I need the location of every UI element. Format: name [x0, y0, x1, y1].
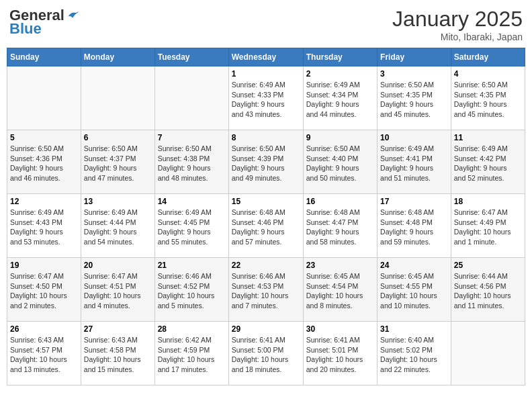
- header-day-sunday: Sunday: [7, 48, 81, 66]
- day-info: Sunrise: 6:49 AM Sunset: 4:43 PM Dayligh…: [10, 208, 78, 247]
- header-day-friday: Friday: [378, 48, 451, 66]
- calendar-cell: 19Sunrise: 6:47 AM Sunset: 4:50 PM Dayli…: [7, 258, 81, 322]
- calendar-cell: 6Sunrise: 6:50 AM Sunset: 4:37 PM Daylig…: [81, 130, 154, 194]
- day-info: Sunrise: 6:47 AM Sunset: 4:50 PM Dayligh…: [10, 271, 78, 311]
- day-number: 14: [158, 197, 226, 206]
- calendar-cell: 3Sunrise: 6:50 AM Sunset: 4:35 PM Daylig…: [378, 66, 451, 130]
- day-number: 18: [454, 197, 522, 206]
- calendar-cell: 20Sunrise: 6:47 AM Sunset: 4:51 PM Dayli…: [81, 258, 154, 322]
- day-number: 31: [380, 324, 448, 334]
- day-number: 6: [84, 133, 152, 142]
- calendar-cell: 9Sunrise: 6:50 AM Sunset: 4:40 PM Daylig…: [303, 130, 377, 194]
- calendar-cell: 18Sunrise: 6:47 AM Sunset: 4:49 PM Dayli…: [451, 194, 525, 258]
- logo-bird-icon: [66, 9, 79, 22]
- header-day-wednesday: Wednesday: [228, 48, 303, 66]
- day-info: Sunrise: 6:47 AM Sunset: 4:49 PM Dayligh…: [454, 208, 522, 247]
- day-info: Sunrise: 6:50 AM Sunset: 4:40 PM Dayligh…: [306, 144, 374, 183]
- day-info: Sunrise: 6:49 AM Sunset: 4:45 PM Dayligh…: [158, 208, 226, 247]
- calendar-cell: 27Sunrise: 6:43 AM Sunset: 4:58 PM Dayli…: [81, 322, 154, 385]
- header-day-thursday: Thursday: [303, 48, 377, 66]
- calendar-week-1: 5Sunrise: 6:50 AM Sunset: 4:36 PM Daylig…: [7, 130, 525, 194]
- day-info: Sunrise: 6:48 AM Sunset: 4:46 PM Dayligh…: [232, 208, 300, 247]
- header-row: SundayMondayTuesdayWednesdayThursdayFrid…: [7, 48, 525, 66]
- day-number: 1: [232, 69, 300, 79]
- calendar-header: SundayMondayTuesdayWednesdayThursdayFrid…: [7, 48, 525, 66]
- calendar-cell: 17Sunrise: 6:48 AM Sunset: 4:48 PM Dayli…: [378, 194, 451, 258]
- calendar-cell: 14Sunrise: 6:49 AM Sunset: 4:45 PM Dayli…: [154, 194, 228, 258]
- day-info: Sunrise: 6:49 AM Sunset: 4:41 PM Dayligh…: [380, 144, 448, 183]
- month-title: January 2025: [392, 7, 523, 32]
- day-number: 19: [10, 261, 78, 270]
- day-info: Sunrise: 6:44 AM Sunset: 4:56 PM Dayligh…: [454, 271, 522, 311]
- header-day-saturday: Saturday: [451, 48, 525, 66]
- day-number: 5: [10, 133, 78, 142]
- day-number: 22: [232, 261, 300, 270]
- day-info: Sunrise: 6:46 AM Sunset: 4:53 PM Dayligh…: [232, 271, 300, 311]
- calendar-cell: 7Sunrise: 6:50 AM Sunset: 4:38 PM Daylig…: [154, 130, 228, 194]
- day-info: Sunrise: 6:41 AM Sunset: 5:00 PM Dayligh…: [232, 335, 300, 375]
- day-number: 10: [380, 133, 448, 142]
- day-number: 13: [84, 197, 152, 206]
- calendar-cell: 28Sunrise: 6:42 AM Sunset: 4:59 PM Dayli…: [154, 322, 228, 385]
- day-info: Sunrise: 6:50 AM Sunset: 4:39 PM Dayligh…: [232, 144, 300, 183]
- day-info: Sunrise: 6:47 AM Sunset: 4:51 PM Dayligh…: [84, 271, 152, 311]
- day-number: 9: [306, 133, 374, 142]
- day-info: Sunrise: 6:50 AM Sunset: 4:35 PM Dayligh…: [454, 80, 522, 120]
- calendar-cell: 10Sunrise: 6:49 AM Sunset: 4:41 PM Dayli…: [378, 130, 451, 194]
- calendar-cell: 23Sunrise: 6:45 AM Sunset: 4:54 PM Dayli…: [303, 258, 377, 322]
- title-section: January 2025 Mito, Ibaraki, Japan: [392, 7, 523, 42]
- calendar-cell: 2Sunrise: 6:49 AM Sunset: 4:34 PM Daylig…: [303, 66, 377, 130]
- day-number: 7: [158, 133, 226, 142]
- day-info: Sunrise: 6:50 AM Sunset: 4:38 PM Dayligh…: [158, 144, 226, 183]
- day-number: 3: [380, 69, 448, 79]
- day-info: Sunrise: 6:49 AM Sunset: 4:33 PM Dayligh…: [232, 80, 300, 120]
- calendar-table: SundayMondayTuesdayWednesdayThursdayFrid…: [7, 48, 525, 385]
- day-info: Sunrise: 6:49 AM Sunset: 4:42 PM Dayligh…: [454, 144, 522, 183]
- day-number: 4: [454, 69, 522, 79]
- day-number: 30: [306, 324, 374, 334]
- day-info: Sunrise: 6:48 AM Sunset: 4:48 PM Dayligh…: [380, 208, 448, 247]
- calendar-week-0: 1Sunrise: 6:49 AM Sunset: 4:33 PM Daylig…: [7, 66, 525, 130]
- day-number: 27: [84, 324, 152, 334]
- day-info: Sunrise: 6:50 AM Sunset: 4:36 PM Dayligh…: [10, 144, 78, 183]
- logo-blue-text: Blue: [9, 20, 42, 38]
- day-info: Sunrise: 6:49 AM Sunset: 4:34 PM Dayligh…: [306, 80, 374, 120]
- day-number: 29: [232, 324, 300, 334]
- header-day-monday: Monday: [81, 48, 154, 66]
- day-number: 17: [380, 197, 448, 206]
- day-number: 12: [10, 197, 78, 206]
- day-info: Sunrise: 6:43 AM Sunset: 4:57 PM Dayligh…: [10, 335, 78, 375]
- calendar-cell: [81, 66, 154, 130]
- day-number: 26: [10, 324, 78, 334]
- day-number: 11: [454, 133, 522, 142]
- day-info: Sunrise: 6:43 AM Sunset: 4:58 PM Dayligh…: [84, 335, 152, 375]
- day-info: Sunrise: 6:49 AM Sunset: 4:44 PM Dayligh…: [84, 208, 152, 247]
- day-number: 2: [306, 69, 374, 79]
- calendar-cell: 8Sunrise: 6:50 AM Sunset: 4:39 PM Daylig…: [228, 130, 303, 194]
- calendar-cell: 13Sunrise: 6:49 AM Sunset: 4:44 PM Dayli…: [81, 194, 154, 258]
- logo: General Blue: [9, 7, 79, 38]
- day-number: 15: [232, 197, 300, 206]
- day-info: Sunrise: 6:50 AM Sunset: 4:37 PM Dayligh…: [84, 144, 152, 183]
- calendar-cell: 1Sunrise: 6:49 AM Sunset: 4:33 PM Daylig…: [228, 66, 303, 130]
- calendar-cell: 24Sunrise: 6:45 AM Sunset: 4:55 PM Dayli…: [378, 258, 451, 322]
- day-number: 16: [306, 197, 374, 206]
- day-number: 23: [306, 261, 374, 270]
- calendar-cell: 11Sunrise: 6:49 AM Sunset: 4:42 PM Dayli…: [451, 130, 525, 194]
- day-number: 20: [84, 261, 152, 270]
- calendar-cell: [154, 66, 228, 130]
- page-header: General Blue January 2025 Mito, Ibaraki,…: [7, 7, 525, 42]
- day-info: Sunrise: 6:45 AM Sunset: 4:55 PM Dayligh…: [380, 271, 448, 311]
- calendar-week-4: 26Sunrise: 6:43 AM Sunset: 4:57 PM Dayli…: [7, 322, 525, 385]
- calendar-body: 1Sunrise: 6:49 AM Sunset: 4:33 PM Daylig…: [7, 66, 525, 385]
- day-info: Sunrise: 6:41 AM Sunset: 5:01 PM Dayligh…: [306, 335, 374, 375]
- day-number: 24: [380, 261, 448, 270]
- day-info: Sunrise: 6:40 AM Sunset: 5:02 PM Dayligh…: [380, 335, 448, 375]
- calendar-cell: 31Sunrise: 6:40 AM Sunset: 5:02 PM Dayli…: [378, 322, 451, 385]
- day-info: Sunrise: 6:48 AM Sunset: 4:47 PM Dayligh…: [306, 208, 374, 247]
- calendar-cell: 22Sunrise: 6:46 AM Sunset: 4:53 PM Dayli…: [228, 258, 303, 322]
- calendar-cell: 29Sunrise: 6:41 AM Sunset: 5:00 PM Dayli…: [228, 322, 303, 385]
- calendar-cell: 25Sunrise: 6:44 AM Sunset: 4:56 PM Dayli…: [451, 258, 525, 322]
- calendar-week-2: 12Sunrise: 6:49 AM Sunset: 4:43 PM Dayli…: [7, 194, 525, 258]
- day-info: Sunrise: 6:46 AM Sunset: 4:52 PM Dayligh…: [158, 271, 226, 311]
